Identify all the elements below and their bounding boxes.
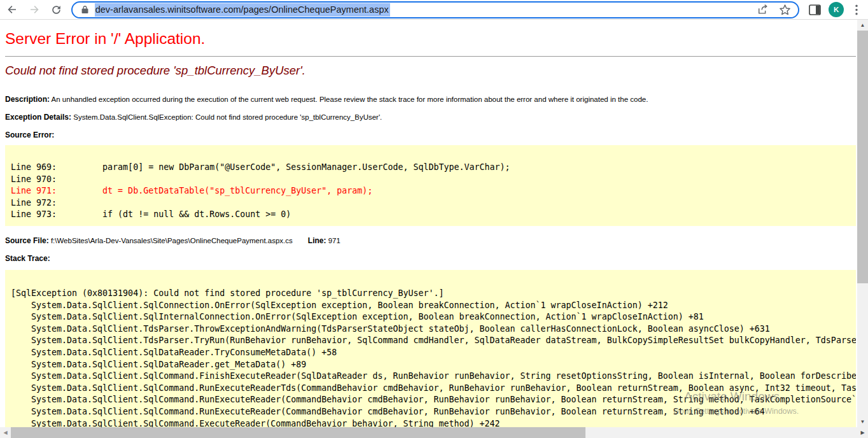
forward-icon[interactable] [28,3,41,16]
reload-icon[interactable] [50,3,63,16]
browser-toolbar: dev-arlavansales.winitsoftware.com/pages… [0,0,868,20]
vertical-scrollbar-thumb[interactable] [857,31,868,283]
stack-trace-line: System.Data.SqlClient.SqlCommand.RunExec… [11,406,851,418]
stack-trace-code: [SqlException (0x80131904): Could not fi… [5,270,856,438]
menu-kebab-icon[interactable] [850,3,863,16]
stack-trace-line: System.Data.SqlClient.SqlCommand.RunExec… [11,394,851,406]
source-code-line: Line 971: dt = Db.GetDataTable("sp_tblCu… [11,185,851,197]
source-code-line: Line 969: param[0] = new DbParam("@UserC… [11,162,851,174]
scroll-up-arrow-icon[interactable]: ▲ [857,20,868,31]
stack-trace-line: System.Data.SqlClient.SqlCommand.RunExec… [11,383,851,395]
stack-trace-line: System.Data.SqlClient.SqlDataReader.TryC… [11,347,851,359]
source-code-line: Line 973: if (dt != null && dt.Rows.Coun… [11,209,851,221]
source-file-row: Source File: f:\WebSites\Arla-Dev-Vansal… [5,236,856,245]
horizontal-scrollbar[interactable]: ◀ ▶ [0,427,868,438]
address-bar[interactable]: dev-arlavansales.winitsoftware.com/pages… [71,1,800,18]
share-icon[interactable] [756,3,770,17]
stack-trace-line: System.Data.SqlClient.SqlConnection.OnEr… [11,300,851,312]
description-text: An unhandled exception occurred during t… [52,95,648,103]
description-label: Description: [5,95,50,104]
source-error-code: Line 969: param[0] = new DbParam("@UserC… [5,145,856,226]
stack-trace-line: System.Data.SqlClient.SqlInternalConnect… [11,311,851,323]
divider [5,56,856,57]
side-panel-icon[interactable] [808,3,821,16]
stack-trace-line: System.Data.SqlClient.TdsParser.ThrowExc… [11,323,851,336]
stack-trace-line: System.Data.SqlClient.SqlCommand.FinishE… [11,371,851,383]
url-text[interactable]: dev-arlavansales.winitsoftware.com/pages… [95,3,390,17]
stack-trace-line: System.Data.SqlClient.TdsParser.TryRun(R… [11,335,851,347]
back-icon[interactable] [6,3,18,16]
page-title: Server Error in '/' Application. [5,30,856,48]
source-code-line: Line 970: [11,174,851,186]
source-file-label: Source File: [5,236,49,245]
exception-label: Exception Details: [5,113,71,122]
profile-avatar[interactable]: K [829,2,844,17]
scroll-left-arrow-icon[interactable]: ◀ [0,427,11,438]
exception-text: System.Data.SqlClient.SqlException: Coul… [73,113,382,121]
source-error-heading: Source Error: [5,131,856,139]
description-row: Description: An unhandled exception occu… [5,95,856,104]
scroll-right-arrow-icon[interactable]: ▶ [857,427,868,438]
source-file-path: f:\WebSites\Arla-Dev-Vansales\Site\Pages… [51,237,293,244]
stack-trace-heading: Stack Trace: [5,254,856,263]
stack-trace-line: System.Data.SqlClient.SqlDataReader.get_… [11,359,851,371]
error-message: Could not find stored procedure 'sp_tblC… [5,63,856,78]
bookmark-star-icon[interactable] [778,3,792,17]
stack-trace-line: [SqlException (0x80131904): Could not fi… [11,288,851,300]
source-code-line: Line 972: [11,197,851,209]
horizontal-scrollbar-thumb[interactable] [11,427,585,438]
line-number: 971 [328,237,340,244]
scroll-down-arrow-icon[interactable]: ▼ [857,416,868,427]
lock-icon[interactable] [81,5,89,14]
exception-row: Exception Details: System.Data.SqlClient… [5,113,856,122]
vertical-scrollbar[interactable]: ▲ ▼ [857,20,868,427]
line-label: Line: [308,236,326,245]
error-page: Server Error in '/' Application. Could n… [0,20,857,438]
